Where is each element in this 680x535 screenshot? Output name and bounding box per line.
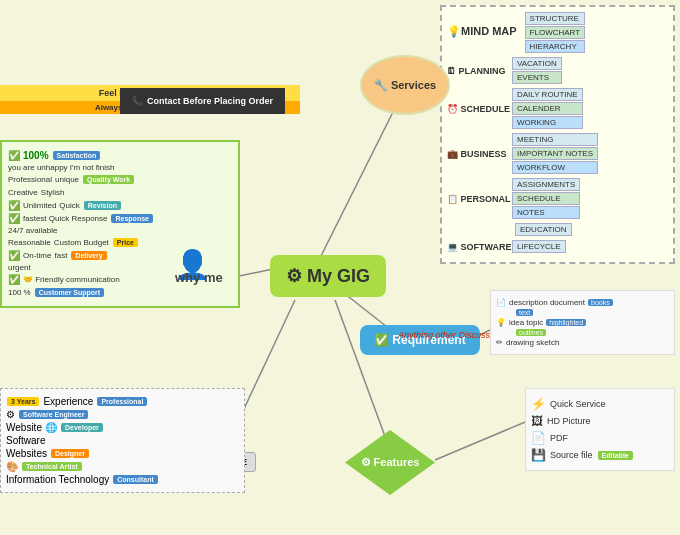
website-row: Website 🌐 Developer (6, 422, 239, 433)
mm-notes: NOTES (512, 206, 580, 219)
my-gig-label: My GIG (307, 266, 370, 286)
mm-events: EVENTS (512, 71, 562, 84)
drawing-sketch-text: drawing sketch (506, 338, 559, 347)
check-icon: ✅ (8, 150, 20, 161)
creative-text: Creative (8, 188, 38, 197)
technical-tag: Technical Artist (22, 462, 82, 471)
websites-text: Websites (6, 448, 47, 459)
software-row: Software (6, 435, 239, 446)
source-text: Source file (550, 450, 593, 460)
req-item-3: ✏ drawing sketch (496, 338, 669, 347)
mm-calender: CALENDER (512, 102, 583, 115)
idea-topic-text: idea topic (509, 318, 543, 327)
satisfaction-tag: Satisfaction (53, 151, 101, 160)
experience-row: 3 Years Experience Professional (6, 396, 239, 407)
mm-flowchart: FLOWCHART (525, 26, 586, 39)
feat-hd: 🖼 HD Picture (531, 414, 669, 428)
mm-personal-key: 📋 PERSONAL (447, 194, 512, 204)
quick-text: Quick Service (550, 399, 606, 409)
quick-text: Quick (59, 201, 79, 210)
check4-icon: ✅ (8, 250, 20, 261)
mm-software-key: 💻 SOFTWARE (447, 242, 512, 252)
software-text: Software (6, 435, 45, 446)
features-panel: ⚡ Quick Service 🖼 HD Picture 📄 PDF 💾 Sou… (525, 388, 675, 471)
available-text: 24/7 available (8, 226, 232, 235)
feat-source: 💾 Source file Editable (531, 448, 669, 462)
req-item-outlines: outlines (516, 329, 669, 336)
mm-workflow: WORKFLOW (512, 161, 598, 174)
revision-tag: Revision (84, 201, 121, 210)
designer-row: Websites Designer (6, 448, 239, 459)
quality-tag: Quality Work (83, 175, 134, 184)
mm-education: EDUCATION (515, 223, 572, 236)
fast-text: fast (54, 251, 67, 260)
quick-icon: ⚡ (531, 397, 546, 411)
pdf-text: PDF (550, 433, 568, 443)
hd-icon: 🖼 (531, 414, 543, 428)
mm-vacation: VACATION (512, 57, 562, 70)
professional-text: Professional (8, 175, 52, 184)
budget-text: Custom Budget (54, 238, 109, 247)
professional-tag: Professional (97, 397, 147, 406)
outlines-tag: outlines (516, 329, 546, 336)
highlighted-tag: highlighted (546, 319, 586, 326)
my-gig-icon: ⚙ (286, 266, 302, 286)
desc-doc-text: description document (509, 298, 585, 307)
stylish-text: Stylish (41, 188, 65, 197)
hundred-text: 100 % (8, 288, 31, 297)
features-label: ⚙ Features (361, 456, 420, 469)
text-tag: text (516, 309, 533, 316)
contact-icon: 📞 (132, 96, 143, 106)
my-gig-node[interactable]: ⚙ My GIG (270, 255, 386, 297)
consultant-tag: Consultant (113, 475, 158, 484)
unique-text: unique (55, 175, 79, 184)
contact-bar[interactable]: 📞 Contact Before Placing Order (120, 88, 285, 114)
engineer-row: ⚙ Software Engineer (6, 409, 239, 420)
bottom-left-panel: 3 Years Experience Professional ⚙ Softwa… (0, 388, 245, 493)
check5-icon: ✅ (8, 274, 20, 285)
features-node[interactable]: ⚙ Features (345, 430, 435, 495)
mindmap-panel: 💡MIND MAP STRUCTURE FLOWCHART HIERARCHY … (440, 5, 675, 264)
it-row: Information Technology Consultant (6, 474, 239, 485)
developer-tag: Developer (61, 423, 103, 432)
why-me-title: why me (175, 270, 223, 285)
doc-icon: 📄 (496, 298, 506, 307)
source-icon: 💾 (531, 448, 546, 462)
editable-tag: Editable (598, 451, 633, 460)
services-label: 🔧 Services (374, 79, 436, 92)
hd-text: HD Picture (547, 416, 591, 426)
delivery-tag: Delivery (71, 251, 106, 260)
mm-daily: DAILY ROUTINE (512, 88, 583, 101)
unlimited-text: Unlimited (23, 201, 56, 210)
requirement-panel: 📄 description document books text 💡 idea… (490, 290, 675, 355)
mindmap-title: 💡MIND MAP (447, 25, 517, 38)
idea-icon: 💡 (496, 318, 506, 327)
feat-quick: ⚡ Quick Service (531, 397, 669, 411)
mm-working: WORKING (512, 116, 583, 129)
mm-lifecycle: LIFECYCLE (512, 240, 566, 253)
reasonable-text: Reasonable (8, 238, 51, 247)
technical-row: 🎨 Technical Artist (6, 461, 239, 472)
mm-meeting: MEETING (512, 133, 598, 146)
web-icon: 🌐 (45, 422, 57, 433)
pdf-icon: 📄 (531, 431, 546, 445)
experience-text: Experience (43, 396, 93, 407)
website-text: Website (6, 422, 42, 433)
years-tag: 3 Years (7, 397, 39, 406)
sketch-icon: ✏ (496, 338, 503, 347)
satisfaction-pct: 100% (23, 150, 49, 161)
friendly-text: 🤝 Friendly communication (23, 275, 120, 284)
req-item-text: text (516, 309, 669, 316)
it-text: Information Technology (6, 474, 109, 485)
mm-structure: STRUCTURE (525, 12, 586, 25)
svg-line-2 (335, 300, 390, 450)
mm-planning-key: 🗓 PLANNING (447, 66, 512, 76)
price-tag: Price (113, 238, 138, 247)
discuss-label: Anything other Discuss (398, 330, 490, 340)
check3-icon: ✅ (8, 213, 20, 224)
check2-icon: ✅ (8, 200, 20, 211)
req-item-2: 💡 idea topic highlighted (496, 318, 669, 327)
services-node[interactable]: 🔧 Services (360, 55, 450, 115)
mm-important: IMPORTANT NOTES (512, 147, 598, 160)
svg-line-7 (435, 420, 530, 460)
